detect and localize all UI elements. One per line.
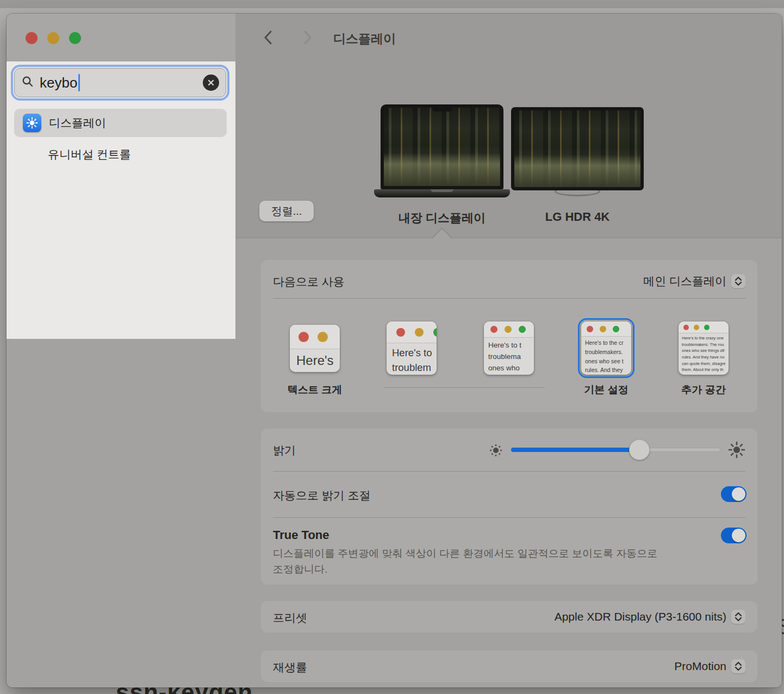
mini-zoom-icon: [613, 326, 619, 332]
search-icon: [21, 75, 34, 90]
brightness-slider-fill: [511, 448, 639, 452]
main-header-area: [235, 14, 782, 238]
mini-window-text: Here's to troublem: [387, 343, 437, 375]
card-divider: [273, 298, 745, 299]
mini-close-icon: [396, 328, 405, 337]
mini-window-titlebar: [679, 321, 729, 333]
mini-zoom-icon: [433, 328, 437, 337]
mini-close-icon: [587, 326, 593, 332]
scaling-option-more-space[interactable]: Here's to the crazy one troublemakers. T…: [679, 321, 729, 375]
scaling-label-default: 기본 설정: [584, 383, 628, 397]
use-as-dropdown[interactable]: 메인 디스플레이: [643, 274, 745, 289]
display-brightness-icon: [23, 114, 41, 132]
refresh-rate-value: ProMotion: [674, 660, 726, 673]
builtin-display-thumbnail[interactable]: [381, 104, 503, 189]
chevron-up-down-icon[interactable]: [731, 610, 745, 624]
chevron-up-down-icon[interactable]: [731, 659, 745, 673]
mini-window-titlebar: [387, 321, 437, 343]
scaling-option-2[interactable]: Here's to troublem: [387, 321, 437, 375]
sidebar-background: [7, 339, 235, 687]
auto-brightness-toggle[interactable]: [721, 486, 746, 502]
header-content-divider: [235, 238, 782, 238]
mini-minimize-icon: [600, 326, 606, 332]
search-results-panel: [7, 61, 235, 339]
laptop-notch: [432, 108, 452, 111]
mini-window-titlebar: [290, 325, 340, 349]
search-result-displays[interactable]: 디스플레이: [14, 109, 227, 137]
mini-window-titlebar: [581, 321, 631, 337]
search-input[interactable]: keybo: [14, 68, 226, 97]
sidebar-titlebar: [7, 14, 235, 61]
mini-close-icon: [298, 332, 309, 342]
display-settings-card: 다음으로 사용 메인 디스플레이 Here's: [261, 260, 757, 412]
search-query-text: keybo: [40, 75, 77, 91]
laptop-lid-notch: [431, 189, 453, 192]
brightness-label: 밝기: [273, 443, 296, 458]
screen: ssn-keygen S keybo: [0, 0, 784, 694]
search-result-label: 디스플레이: [49, 115, 106, 131]
true-tone-description: 디스플레이를 주변광에 맞춰 색상이 다른 환경에서도 일관적으로 보이도록 자…: [273, 546, 669, 578]
refresh-rate-dropdown[interactable]: ProMotion: [674, 659, 745, 673]
mini-minimize-icon: [694, 325, 699, 330]
back-button[interactable]: [261, 30, 275, 45]
refresh-rate-card: 재생률 ProMotion: [261, 650, 757, 682]
scaling-label-larger-text: 텍스트 크게: [288, 383, 342, 397]
true-tone-toggle[interactable]: [721, 528, 746, 543]
mini-minimize-icon: [318, 332, 328, 342]
scaling-option-3[interactable]: Here's to t troublema ones who: [484, 321, 534, 375]
selected-display-caret: [433, 229, 451, 238]
refresh-rate-label: 재생률: [273, 660, 307, 675]
builtin-display-wallpaper: [384, 108, 500, 186]
brightness-card: 밝기: [261, 429, 757, 585]
system-settings-window: keybo: [7, 14, 782, 687]
close-button[interactable]: [26, 32, 38, 44]
toggle-knob: [732, 529, 745, 542]
forward-button[interactable]: [301, 30, 315, 45]
scaling-options-connector-line: [384, 387, 545, 388]
preset-card: 프리셋 Apple XDR Display (P3-1600 nits): [261, 601, 757, 633]
scaling-option-larger-text[interactable]: Here's: [290, 325, 340, 372]
mini-minimize-icon: [415, 328, 424, 337]
brightness-high-icon: [727, 441, 746, 461]
mini-window-text: Here's: [290, 349, 340, 368]
card-divider: [273, 471, 745, 472]
scaling-label-more-space: 추가 공간: [681, 383, 725, 397]
search-result-universal-control[interactable]: 유니버설 컨트롤: [48, 147, 131, 162]
clear-search-icon[interactable]: [203, 75, 219, 91]
arrange-button[interactable]: 정렬...: [259, 201, 314, 221]
mini-minimize-icon: [505, 326, 512, 333]
external-display-thumbnail[interactable]: [511, 107, 644, 190]
toggle-knob: [732, 487, 745, 501]
mini-window-text: Here's to the crazy one troublemakers. T…: [679, 333, 729, 375]
search-focus-ring: keybo: [11, 65, 229, 101]
brightness-slider-track[interactable]: [511, 448, 720, 452]
page-title: 디스플레이: [333, 30, 396, 47]
preset-value: Apple XDR Display (P3-1600 nits): [555, 610, 726, 623]
mini-close-icon: [683, 325, 689, 330]
chevron-up-down-icon[interactable]: [731, 274, 745, 288]
laptop-base: [374, 189, 510, 197]
mini-window-text: Here's to the cr troublemakers. ones who…: [581, 337, 631, 375]
use-as-value: 메인 디스플레이: [643, 274, 726, 289]
auto-brightness-label: 자동으로 밝기 조절: [273, 488, 371, 503]
mini-window-titlebar: [484, 321, 534, 338]
brightness-slider-knob[interactable]: [629, 439, 650, 460]
preset-label: 프리셋: [273, 610, 307, 625]
mini-zoom-icon: [704, 325, 710, 330]
scaling-option-default-selected[interactable]: Here's to the cr troublemakers. ones who…: [581, 321, 631, 375]
zoom-button[interactable]: [69, 32, 81, 44]
mini-close-icon: [490, 326, 497, 333]
minimize-button[interactable]: [47, 32, 59, 44]
external-display-label: LG HDR 4K: [545, 210, 610, 224]
card-divider: [273, 517, 745, 518]
desktop-top-band: [0, 0, 784, 8]
brightness-low-icon: [488, 443, 503, 460]
external-display-wallpaper: [514, 110, 640, 187]
builtin-display-label: 내장 디스플레이: [399, 210, 486, 226]
true-tone-label: True Tone: [273, 528, 329, 542]
preset-dropdown[interactable]: Apple XDR Display (P3-1600 nits): [555, 610, 745, 624]
mini-zoom-icon: [519, 326, 526, 333]
use-as-label: 다음으로 사용: [273, 274, 345, 289]
text-cursor: [78, 74, 80, 91]
mini-window-text: Here's to t troublema ones who: [484, 338, 534, 374]
